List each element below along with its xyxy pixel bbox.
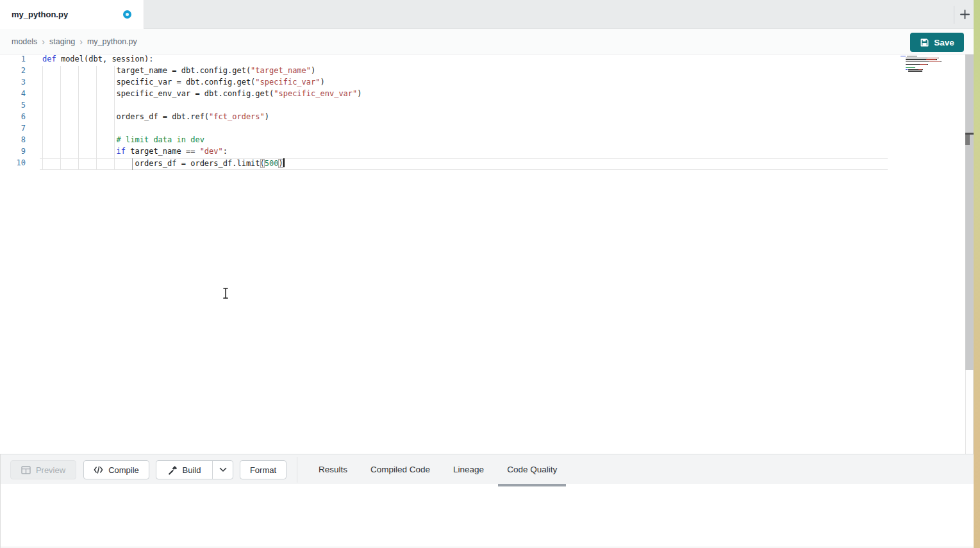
code-token-brk: ( <box>260 159 265 168</box>
line-number: 3 <box>0 78 26 89</box>
window-bottom-edge <box>0 547 974 547</box>
panel-tab-compiled-code[interactable]: Compiled Code <box>359 454 442 485</box>
code-icon <box>94 466 103 474</box>
code-token-tx: target_name == <box>126 147 200 156</box>
code-token-tx: orders_df = orders_df.limit <box>42 159 260 168</box>
code-token-kw: if <box>117 147 126 156</box>
breadcrumb-separator-icon: › <box>79 37 83 46</box>
tab-bar-separator <box>954 6 954 24</box>
code-line: orders_df = orders_df.limit(500) <box>42 158 362 170</box>
code-line <box>42 124 362 135</box>
line-number: 5 <box>0 101 26 112</box>
line-number: 6 <box>0 112 26 124</box>
code-token-kw: def <box>42 54 56 63</box>
hammer-icon <box>168 465 178 475</box>
line-number-gutter: 12345678910 <box>0 54 26 170</box>
line-number: 8 <box>0 135 26 147</box>
build-split-button: Build <box>156 460 233 479</box>
code-line <box>42 101 362 112</box>
code-token-tx: orders_df = dbt.ref( <box>42 112 209 121</box>
breadcrumb-separator-icon: › <box>42 37 45 46</box>
line-number: 1 <box>0 54 26 66</box>
editor-scrollbar-thumb[interactable] <box>965 135 970 145</box>
code-line: specific_var = dbt.config.get("specific_… <box>42 78 362 89</box>
ide-window: my_python.py models›staging›my_python.py… <box>0 0 980 548</box>
invocation-toolbar: Preview Compile Build Format ResultsComp… <box>1 454 980 484</box>
breadcrumb-item: staging <box>49 37 75 46</box>
floppy-disk-icon <box>920 38 929 47</box>
plus-icon <box>959 9 970 20</box>
editor-scrollbar-track[interactable] <box>965 54 974 370</box>
code-editor[interactable]: 12345678910 def model(dbt, session): tar… <box>0 54 965 454</box>
breadcrumb-bar: models›staging›my_python.py <box>0 29 980 54</box>
minimap[interactable] <box>901 56 958 75</box>
code-token-tx: ) <box>311 66 315 75</box>
breadcrumb-item: my_python.py <box>87 37 137 46</box>
file-tab-title: my_python.py <box>12 10 68 19</box>
code-token-tx: target_name = dbt.config.get( <box>42 66 251 75</box>
result-tabs: ResultsCompiled CodeLineageCode Quality <box>307 454 569 485</box>
panel-tab-code-quality[interactable]: Code Quality <box>495 454 569 485</box>
code-token-tx: : <box>223 147 228 156</box>
format-button-label: Format <box>250 465 276 475</box>
text-caret <box>283 158 285 167</box>
file-tab-my-python[interactable]: my_python.py <box>0 0 144 29</box>
code-token-str: "fct_orders" <box>209 112 265 121</box>
code-token-str: "target_name" <box>251 66 311 75</box>
editor-scrollbar-lower <box>965 370 974 454</box>
code-lines: def model(dbt, session): target_name = d… <box>42 54 362 170</box>
unsaved-changes-dot-icon <box>123 10 131 19</box>
chevron-down-icon <box>219 467 227 472</box>
build-button-label: Build <box>183 465 201 475</box>
line-number: 7 <box>0 124 26 135</box>
code-token-tx: ) <box>265 112 269 121</box>
code-token-str: "dev" <box>200 147 223 156</box>
save-button-label: Save <box>934 38 954 47</box>
code-line: specific_env_var = dbt.config.get("speci… <box>42 89 362 101</box>
save-button[interactable]: Save <box>910 33 964 52</box>
text-cursor-icon <box>222 287 229 299</box>
code-line: orders_df = dbt.ref("fct_orders") <box>42 112 362 124</box>
code-line: if target_name == "dev": <box>42 147 362 158</box>
toolbar-divider <box>297 457 297 483</box>
code-line: target_name = dbt.config.get("target_nam… <box>42 66 362 78</box>
preview-button[interactable]: Preview <box>10 460 76 479</box>
panel-tab-lineage[interactable]: Lineage <box>442 454 495 485</box>
code-token-brk: ) <box>278 159 283 168</box>
breadcrumb-item: models <box>12 37 37 46</box>
code-token-tx: specific_var = dbt.config.get( <box>42 78 255 87</box>
line-number: 2 <box>0 66 26 78</box>
line-number: 10 <box>0 158 26 170</box>
code-token-str: "specific_var" <box>255 78 320 87</box>
editor-tab-bar: my_python.py <box>0 0 980 29</box>
compile-button[interactable]: Compile <box>83 460 149 479</box>
desktop-background-strip <box>974 0 980 548</box>
format-button[interactable]: Format <box>240 460 287 479</box>
panel-tab-results[interactable]: Results <box>307 454 359 485</box>
build-button[interactable]: Build <box>156 461 212 479</box>
code-token-tx <box>42 147 117 156</box>
code-token-tx <box>42 135 117 144</box>
code-token-tx: model(dbt, session): <box>56 54 154 63</box>
line-number: 4 <box>0 89 26 101</box>
code-token-com: # limit data in dev <box>117 135 204 144</box>
build-options-button[interactable] <box>212 461 233 479</box>
code-token-tx: ) <box>357 89 361 98</box>
bottom-panel: Preview Compile Build Format ResultsComp… <box>0 454 980 548</box>
compile-button-label: Compile <box>108 465 139 475</box>
table-icon <box>21 466 31 474</box>
code-token-num: 500 <box>265 159 279 168</box>
code-token-tx: specific_env_var = dbt.config.get( <box>42 89 274 98</box>
code-line: def model(dbt, session): <box>42 54 362 66</box>
breadcrumb: models›staging›my_python.py <box>12 37 137 46</box>
code-token-tx: ) <box>320 78 325 87</box>
code-line: # limit data in dev <box>42 135 362 147</box>
code-token-str: "specific_env_var" <box>274 89 357 98</box>
line-number: 9 <box>0 147 26 158</box>
new-tab-button[interactable] <box>958 7 972 21</box>
preview-button-label: Preview <box>36 465 65 475</box>
